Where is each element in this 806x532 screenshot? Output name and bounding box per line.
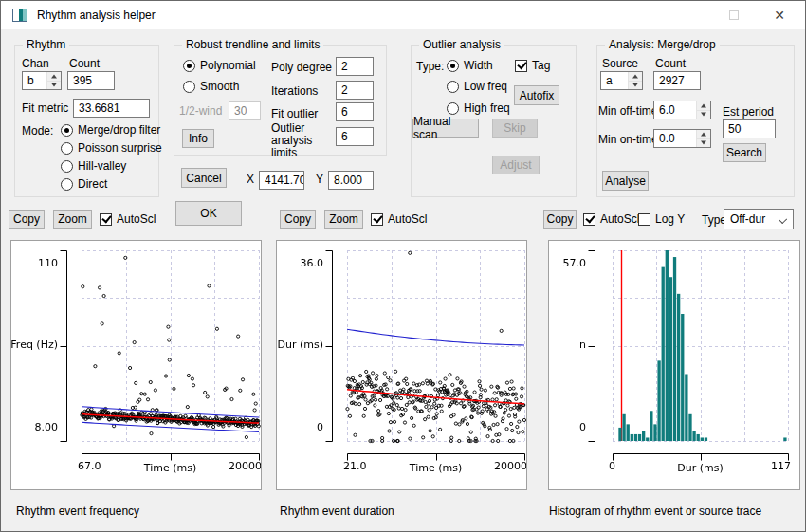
x-readout-field: 4141.70	[259, 171, 304, 190]
radio-poisson-surprise[interactable]: Poisson surprise	[61, 141, 162, 155]
poly-degree-field[interactable]: 2	[336, 57, 374, 76]
outlier-limits-label: Outlier analysis limits	[271, 122, 334, 159]
radio-merge-drop-filter[interactable]: Merge/drop filter	[61, 123, 160, 137]
radio-polynomial[interactable]: Polynomial	[183, 59, 256, 72]
logy-checkbox-hist-chart[interactable]: Log Y	[638, 212, 685, 226]
dur-chart-canvas[interactable]	[277, 241, 526, 489]
analyse-button[interactable]: Analyse	[602, 171, 649, 191]
min-on-down-icon[interactable]	[697, 138, 710, 148]
min-off-down-icon[interactable]	[697, 110, 710, 119]
tag-checkbox[interactable]: Tag	[515, 59, 550, 72]
rhythm-count-label: Count	[69, 57, 100, 70]
hist-type-select[interactable]: Off-dur	[724, 209, 794, 229]
autoscl-check-icon	[583, 213, 595, 226]
source-label: Source	[602, 57, 638, 70]
title-bar: Rhythm analysis helper ✕	[1, 1, 805, 29]
analysis-count-label: Count	[655, 57, 686, 70]
tag-check-icon	[515, 60, 527, 72]
trendline-group-label: Robust trendline and limits	[182, 38, 323, 51]
fit-metric-label: Fit metric	[22, 101, 68, 115]
radio-direct[interactable]: Direct	[61, 177, 107, 191]
radio-hill-valley[interactable]: Hill-valley	[61, 159, 126, 173]
analysis-count-field[interactable]: 2927	[653, 71, 701, 90]
copy-button-freq-chart[interactable]: Copy	[9, 210, 45, 229]
freq-chart-panel	[10, 240, 262, 490]
outlier-type-label: Type:	[416, 60, 444, 73]
fit-outlier-field[interactable]: 6	[336, 102, 374, 121]
radio-width[interactable]: Width	[447, 59, 493, 72]
info-button[interactable]: Info	[182, 129, 214, 148]
autofix-button[interactable]: Autofix	[514, 85, 559, 105]
zoom-button-freq-chart[interactable]: Zoom	[53, 210, 92, 229]
search-button[interactable]: Search	[723, 143, 766, 162]
hist-chart-caption: Histogram of rhythm event or source trac…	[549, 504, 761, 518]
radio-smooth[interactable]: Smooth	[183, 80, 239, 93]
min-off-up-icon[interactable]	[697, 101, 710, 110]
autoscl-checkbox-freq-chart[interactable]: AutoScl	[100, 212, 156, 226]
autoscl-check-icon	[100, 213, 112, 226]
app-icon	[12, 9, 27, 22]
chan-value: b	[27, 74, 34, 87]
hist-chart-canvas[interactable]	[549, 241, 799, 489]
dur-chart-panel	[276, 240, 527, 490]
est-period-field[interactable]: 50	[723, 119, 776, 138]
chan-label: Chan	[22, 57, 49, 70]
x-readout-label: X	[247, 173, 254, 186]
rhythm-count-field[interactable]: 395	[67, 71, 115, 90]
radio-low-freq[interactable]: Low freq	[447, 80, 507, 93]
est-period-label: Est period	[723, 105, 774, 119]
y-readout-field: 8.000	[328, 171, 374, 190]
ok-button[interactable]: OK	[175, 201, 242, 226]
hist-chart-panel	[548, 240, 800, 490]
copy-button-dur-chart[interactable]: Copy	[280, 210, 316, 229]
copy-button-hist-chart[interactable]: Copy	[543, 210, 577, 229]
half-wind-field: 30	[229, 101, 261, 120]
iterations-label: Iterations	[271, 84, 318, 98]
y-readout-label: Y	[316, 173, 323, 186]
min-off-value: 6.0	[659, 103, 675, 117]
outlier-group-label: Outlier analysis	[419, 38, 504, 51]
min-off-spinner[interactable]: 6.0	[653, 101, 711, 119]
source-up-icon[interactable]	[629, 72, 642, 81]
skip-button: Skip	[492, 119, 538, 138]
manual-scan-button[interactable]: Manual scan	[412, 119, 479, 138]
window-title: Rhythm analysis helper	[37, 9, 156, 22]
zoom-button-dur-chart[interactable]: Zoom	[324, 210, 363, 229]
close-icon: ✕	[774, 9, 785, 22]
min-on-spinner[interactable]: 0.0	[653, 129, 711, 148]
iterations-field[interactable]: 2	[336, 81, 374, 100]
min-on-up-icon[interactable]	[697, 130, 710, 138]
analysis-group-label: Analysis: Merge/drop	[605, 38, 720, 51]
outlier-limits-field[interactable]: 6	[336, 127, 374, 146]
source-down-icon[interactable]	[629, 81, 642, 90]
close-button[interactable]: ✕	[758, 1, 801, 29]
dur-chart-caption: Rhythm event duration	[280, 504, 394, 518]
chevron-down-icon	[779, 215, 787, 224]
chan-spinner[interactable]: b	[22, 71, 62, 90]
min-on-value: 0.0	[659, 132, 675, 145]
min-off-label: Min off-time	[598, 104, 657, 118]
half-wind-label: 1/2-wind	[179, 104, 222, 118]
radio-high-freq[interactable]: High freq	[447, 101, 510, 115]
rhythm-group-label: Rhythm	[23, 38, 69, 51]
chan-down-icon[interactable]	[47, 81, 61, 90]
chan-up-icon[interactable]	[47, 72, 61, 81]
autoscl-checkbox-hist-chart[interactable]: AutoScl	[583, 212, 639, 226]
freq-chart-canvas[interactable]	[11, 241, 261, 489]
hist-type-value: Off-dur	[730, 212, 765, 226]
cancel-button[interactable]: Cancel	[181, 168, 227, 188]
poly-degree-label: Poly degree	[271, 61, 332, 74]
source-value: a	[606, 74, 613, 87]
maximize-icon	[729, 10, 739, 20]
mode-label: Mode:	[22, 124, 53, 138]
autoscl-checkbox-dur-chart[interactable]: AutoScl	[371, 212, 427, 226]
source-spinner[interactable]: a	[600, 71, 643, 90]
freq-chart-caption: Rhythm event frequency	[16, 504, 139, 518]
adjust-button: Adjust	[492, 156, 540, 174]
fit-outlier-label: Fit outlier	[271, 107, 318, 120]
fit-metric-field[interactable]: 33.6681	[73, 99, 150, 118]
logy-check-icon	[638, 213, 650, 226]
autoscl-check-icon	[371, 213, 383, 226]
dialog-window: Rhythm analysis helper ✕ Rhythm Chan Cou…	[0, 0, 806, 532]
maximize-button[interactable]	[712, 1, 756, 29]
